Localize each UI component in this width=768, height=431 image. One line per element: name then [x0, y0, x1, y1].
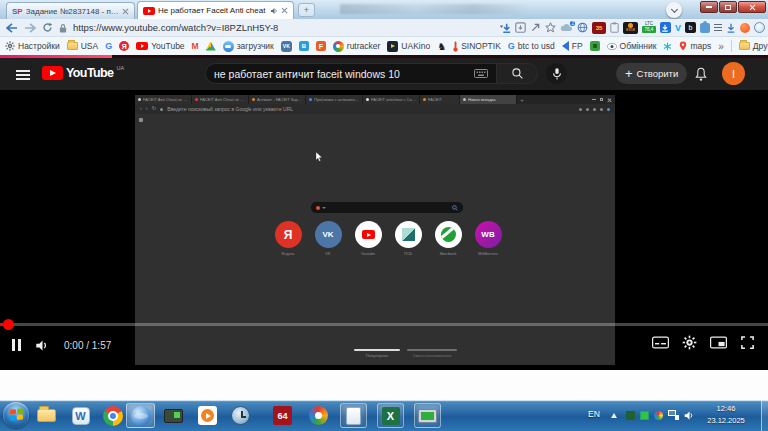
bookmark-btc-usd[interactable]: Gbtc to usd	[508, 41, 555, 51]
globe-extension-icon[interactable]	[577, 22, 588, 33]
bookmark-blue-b[interactable]: В	[299, 41, 309, 51]
pause-button[interactable]	[12, 339, 21, 351]
taskbar-excel-open[interactable]: X	[377, 403, 404, 428]
install-icon[interactable]	[515, 22, 526, 33]
volume-icon[interactable]	[35, 339, 50, 352]
tray-volume-icon[interactable]	[684, 410, 695, 421]
btc-ticker-icon[interactable]: 8358	[623, 22, 638, 34]
avatar[interactable]: І	[722, 62, 745, 85]
download-caret-icon[interactable]	[499, 22, 511, 34]
taskbar-remote-open[interactable]	[414, 403, 441, 428]
tab-overflow-chevron[interactable]	[666, 2, 682, 18]
tab-close-icon[interactable]	[281, 7, 288, 14]
subtitles-icon[interactable]	[652, 336, 669, 349]
fullscreen-icon[interactable]	[740, 335, 755, 350]
bookmark-yandex[interactable]: Я	[119, 41, 129, 51]
b-extension-icon[interactable]: b	[685, 22, 696, 33]
search-button[interactable]	[497, 63, 538, 84]
browser-tab-youtube-active[interactable]: Не работает Faceit Anti cheat	[137, 1, 294, 19]
clipboard-icon[interactable]	[610, 22, 619, 33]
browser-tab-task[interactable]: SP Задание №2837148 - просмотр з	[6, 2, 135, 19]
bookmark-exchange[interactable]: Обмінник	[607, 41, 657, 51]
url-text[interactable]: https://www.youtube.com/watch?v=I8PZLnH5…	[73, 22, 278, 33]
progress-bar[interactable]	[0, 323, 768, 326]
taskbar-wise-shield[interactable]: W	[68, 403, 93, 428]
hamburger-menu-icon[interactable]	[16, 70, 30, 80]
youtube-logo[interactable]: YouTube UA	[42, 66, 124, 80]
browser-menu-icon[interactable]	[754, 22, 765, 33]
taskbar-explorer[interactable]	[34, 403, 59, 428]
ltc-ticker-icon[interactable]: LTC76,4	[642, 22, 656, 34]
taskbar-browser-active[interactable]	[126, 403, 155, 428]
list-icon[interactable]	[714, 24, 722, 32]
tray-icon-dark-green[interactable]	[626, 411, 635, 420]
settings-gear-icon[interactable]	[682, 335, 697, 350]
video-player[interactable]: FACEIT Anti Cheat не загр FACEIT Anti Ch…	[0, 90, 768, 370]
bookmark-sinoptik[interactable]: SINOPTIK	[453, 41, 501, 52]
bookmark-fp[interactable]: FP	[562, 41, 583, 51]
tray-expand-icon[interactable]	[611, 413, 617, 418]
create-button[interactable]: + Створити	[616, 63, 687, 84]
close-button[interactable]	[738, 1, 766, 13]
bookmark-youtube[interactable]: YouTube	[136, 41, 184, 51]
tab-audio-icon[interactable]	[270, 7, 278, 15]
progress-scrubber[interactable]	[3, 319, 14, 330]
tray-icon-browser[interactable]	[654, 411, 663, 420]
taskbar-gpu-tool[interactable]	[161, 403, 186, 428]
bookmark-maps[interactable]: maps	[679, 41, 711, 51]
extensions-puzzle-icon[interactable]	[700, 23, 710, 33]
bookmarks-overflow-chevron[interactable]: »	[718, 41, 724, 52]
notifications-button[interactable]	[694, 66, 708, 86]
network-icon[interactable]	[668, 410, 679, 420]
taskbar-chrome[interactable]	[100, 403, 125, 428]
bookmark-other-folder[interactable]: Другие закладки	[739, 41, 768, 51]
bookmark-vk[interactable]: VK	[281, 41, 292, 52]
orange-badge-icon[interactable]	[740, 23, 750, 33]
keyboard-icon[interactable]	[474, 69, 488, 78]
video-downloader-icon[interactable]	[660, 22, 671, 33]
share-icon[interactable]	[530, 22, 541, 33]
v-extension-icon[interactable]: V	[675, 23, 681, 33]
voice-search-button[interactable]	[546, 63, 567, 84]
shield-icon: W	[72, 407, 90, 425]
search-input[interactable]	[214, 68, 469, 80]
tray-icon-green[interactable]	[640, 411, 649, 420]
player-controls-left: 0:00 / 1:57	[12, 333, 111, 357]
tray-clock[interactable]: 12:46 23.12.2025	[700, 403, 752, 427]
bookmark-f-orange[interactable]: F	[316, 41, 326, 51]
restore-button[interactable]	[719, 1, 737, 13]
show-desktop-button[interactable]	[761, 400, 768, 431]
new-tab-button[interactable]: +	[298, 3, 315, 17]
lock-icon[interactable]	[59, 23, 67, 33]
map-pin-icon	[679, 41, 687, 51]
bookmark-rutracker[interactable]: rutracker	[333, 41, 381, 52]
downloads-icon[interactable]	[726, 23, 736, 33]
miniplayer-icon[interactable]	[710, 336, 727, 349]
reload-icon[interactable]	[42, 22, 53, 33]
taskbar-clock-app[interactable]	[228, 403, 253, 428]
bookmark-star-icon[interactable]	[545, 22, 556, 33]
bookmark-cloud-loader[interactable]: загрузчик	[223, 41, 274, 52]
start-button[interactable]	[3, 402, 29, 428]
youtube-favicon	[143, 7, 155, 15]
cloud-sync-icon[interactable]: 2	[560, 23, 573, 32]
red-badge-extension-icon[interactable]: 35	[592, 22, 606, 34]
bookmark-folder-usa[interactable]: USA	[67, 41, 98, 51]
forward-icon[interactable]	[24, 23, 36, 33]
bookmark-gmail[interactable]: M	[192, 41, 199, 51]
bookmark-kyivstar[interactable]	[663, 42, 672, 51]
bookmark-chess[interactable]: ♞	[437, 41, 446, 52]
minimize-button[interactable]	[700, 1, 718, 13]
taskbar-utility[interactable]	[306, 403, 331, 428]
bookmark-drive[interactable]	[206, 42, 216, 51]
bookmark-green-ext[interactable]	[590, 41, 600, 51]
bookmark-google[interactable]: G	[105, 41, 112, 51]
back-icon[interactable]	[6, 23, 18, 33]
taskbar-media-player[interactable]	[195, 403, 220, 428]
bookmark-settings[interactable]: Настройки	[5, 41, 60, 51]
taskbar-notepad-open[interactable]	[340, 403, 367, 428]
bookmark-uakino[interactable]: UAKino	[387, 41, 430, 52]
taskbar-64-app[interactable]: 64	[270, 403, 295, 428]
language-indicator[interactable]: EN	[588, 409, 600, 419]
tab-close-icon[interactable]	[122, 8, 129, 15]
